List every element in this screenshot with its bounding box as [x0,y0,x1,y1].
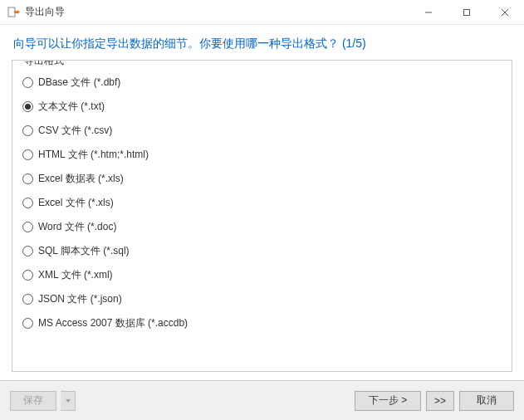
format-label: Word 文件 (*.doc) [38,220,116,234]
window-controls [409,0,524,25]
chevron-down-icon [66,399,71,403]
format-label: 文本文件 (*.txt) [38,100,105,114]
close-button[interactable] [486,0,524,25]
wizard-prompt: 向导可以让你指定导出数据的细节。你要使用哪一种导出格式？ (1/5) [0,25,524,60]
skip-forward-button[interactable]: >> [426,391,454,411]
format-label: Excel 数据表 (*.xls) [38,172,124,186]
format-option-xml[interactable]: XML 文件 (*.xml) [22,268,502,282]
radio-icon [22,246,33,256]
window-title: 导出向导 [25,5,409,19]
radio-icon [22,198,33,208]
format-label: CSV 文件 (*.csv) [38,124,112,138]
format-option-csv[interactable]: CSV 文件 (*.csv) [22,124,502,138]
format-option-excel-file[interactable]: Excel 文件 (*.xls) [22,196,502,210]
radio-icon [22,173,33,184]
minimize-button[interactable] [409,0,448,25]
next-button[interactable]: 下一步 > [355,391,421,411]
maximize-button[interactable] [448,0,486,25]
format-option-excel-sheet[interactable]: Excel 数据表 (*.xls) [22,172,502,186]
format-option-sql[interactable]: SQL 脚本文件 (*.sql) [22,244,502,258]
radio-icon [22,149,33,160]
export-format-fieldset: 导出格式 DBase 文件 (*.dbf) 文本文件 (*.txt) CSV 文… [12,60,512,372]
svg-rect-2 [464,9,470,15]
radio-icon [22,77,33,88]
radio-icon [22,270,33,281]
format-label: Excel 文件 (*.xls) [38,196,114,210]
format-option-dbase[interactable]: DBase 文件 (*.dbf) [22,76,502,90]
cancel-button[interactable]: 取消 [459,391,514,411]
radio-icon [22,101,33,112]
radio-icon [22,222,33,232]
wizard-footer: 保存 下一步 > >> 取消 [0,380,524,420]
format-option-json[interactable]: JSON 文件 (*.json) [22,292,502,306]
save-dropdown-button[interactable] [61,391,76,411]
radio-icon [22,318,33,329]
format-label: JSON 文件 (*.json) [38,292,122,306]
format-label: SQL 脚本文件 (*.sql) [38,244,130,258]
fieldset-legend: 导出格式 [21,60,67,68]
export-wizard-icon [7,6,20,19]
format-label: XML 文件 (*.xml) [38,268,113,282]
format-option-text[interactable]: 文本文件 (*.txt) [22,100,502,114]
radio-icon [22,125,33,136]
format-label: DBase 文件 (*.dbf) [38,76,120,90]
svg-rect-0 [8,7,15,17]
format-option-access[interactable]: MS Access 2007 数据库 (*.accdb) [22,316,502,330]
content-area: 向导可以让你指定导出数据的细节。你要使用哪一种导出格式？ (1/5) 导出格式 … [0,25,524,380]
format-option-word[interactable]: Word 文件 (*.doc) [22,220,502,234]
radio-icon [22,294,33,305]
titlebar: 导出向导 [0,0,524,25]
main-panel: 导出格式 DBase 文件 (*.dbf) 文本文件 (*.txt) CSV 文… [0,60,524,380]
format-label: MS Access 2007 数据库 (*.accdb) [38,316,188,330]
format-label: HTML 文件 (*.htm;*.html) [38,148,149,162]
format-option-html[interactable]: HTML 文件 (*.htm;*.html) [22,148,502,162]
format-radio-list: DBase 文件 (*.dbf) 文本文件 (*.txt) CSV 文件 (*.… [22,72,502,330]
save-button[interactable]: 保存 [10,391,56,411]
